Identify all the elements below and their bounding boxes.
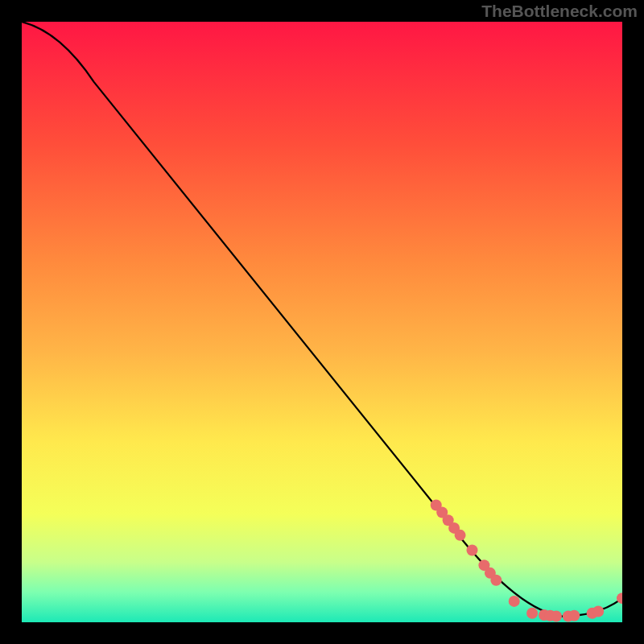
chart-svg [22,22,622,622]
data-marker [526,608,538,619]
data-marker [490,575,502,586]
data-marker [509,596,520,607]
data-marker [568,610,580,621]
data-marker [455,530,466,541]
watermark-text: TheBottleneck.com [481,2,638,21]
gradient-background [22,22,622,622]
chart-area [22,22,622,622]
data-marker [551,611,562,622]
data-marker [467,544,478,555]
data-marker [592,606,604,617]
